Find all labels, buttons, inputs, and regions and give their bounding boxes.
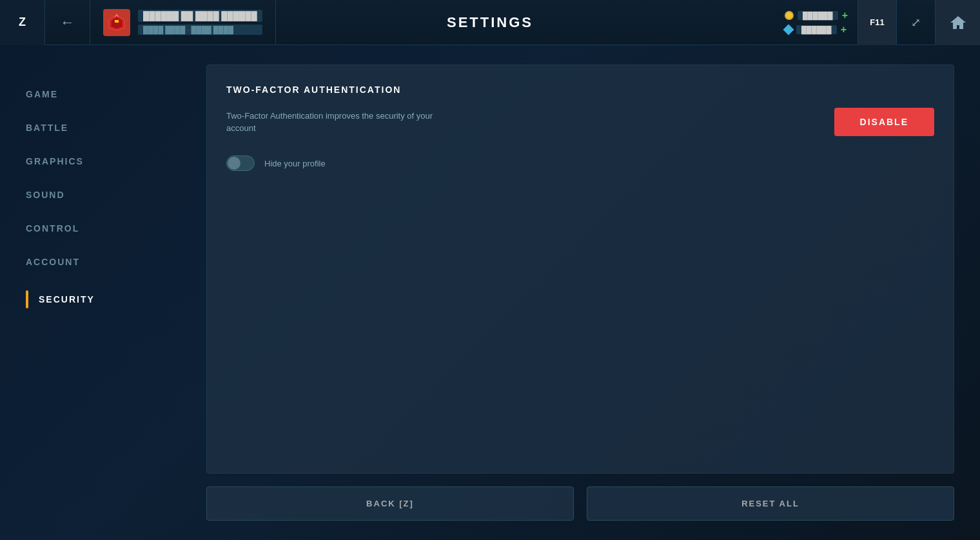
profile-stats: ████ ████ · ████ ████ xyxy=(138,25,262,35)
sidebar-label-security: SECURITY xyxy=(39,294,95,305)
sidebar-item-account[interactable]: ACCOUNT xyxy=(0,245,193,279)
sidebar-item-sound[interactable]: SOUND xyxy=(0,178,193,212)
diamond-currency-row: ██████ + xyxy=(785,24,848,35)
content-panel: TWO-FACTOR AUTHENTICATION Two-Factor Aut… xyxy=(193,65,980,540)
sidebar-item-game[interactable]: GAME xyxy=(0,77,193,111)
diamond-icon xyxy=(783,24,794,35)
profile-avatar xyxy=(103,9,130,36)
gold-coin-icon xyxy=(785,11,794,20)
back-icon: ← xyxy=(61,14,75,31)
diamond-add-button[interactable]: + xyxy=(841,24,847,35)
sidebar-item-battle[interactable]: BATTLE xyxy=(0,111,193,145)
expand-icon: ⤢ xyxy=(911,15,921,30)
topbar-right: ██████ + ██████ + F11 ⤢ xyxy=(775,0,980,45)
home-icon xyxy=(949,14,967,32)
sidebar-label-game: GAME xyxy=(26,89,58,99)
expand-button[interactable]: ⤢ xyxy=(896,0,935,45)
sidebar-label-graphics: GRAPHICS xyxy=(26,156,84,166)
sidebar-item-graphics[interactable]: GRAPHICS xyxy=(0,145,193,178)
disable-2fa-button[interactable]: DISABLE xyxy=(834,108,934,136)
hide-profile-row: Hide your profile xyxy=(226,155,934,171)
z-label: Z xyxy=(19,15,26,29)
toggle-knob xyxy=(228,157,240,170)
reset-all-button[interactable]: RESET ALL xyxy=(587,486,954,521)
sidebar-label-account: ACCOUNT xyxy=(26,257,80,267)
back-button-footer[interactable]: BACK [Z] xyxy=(206,486,574,521)
svg-rect-2 xyxy=(115,20,119,23)
profile-game-icon xyxy=(106,12,127,33)
profile-section: ██████ ██ ████ ██████ ████ ████ · ████ █… xyxy=(90,0,276,45)
gold-amount: ██████ xyxy=(798,11,838,20)
hide-profile-label: Hide your profile xyxy=(264,159,326,168)
f11-label: F11 xyxy=(870,17,884,27)
topbar: Z ← ██████ ██ ████ ██████ ████ ████ · ██… xyxy=(0,0,980,45)
back-button[interactable]: ← xyxy=(45,0,90,45)
z-button[interactable]: Z xyxy=(0,0,45,45)
profile-info: ██████ ██ ████ ██████ ████ ████ · ████ █… xyxy=(138,10,262,35)
currency-panel: ██████ + ██████ + xyxy=(775,10,858,35)
diamond-amount: ██████ xyxy=(796,25,837,34)
profile-name: ██████ ██ ████ ██████ xyxy=(138,10,262,22)
page-title: SETTINGS xyxy=(447,14,533,31)
sidebar: GAME BATTLE GRAPHICS SOUND CONTROL ACCOU… xyxy=(0,65,193,540)
gold-currency-row: ██████ + xyxy=(785,10,848,21)
bottom-buttons: BACK [Z] RESET ALL xyxy=(206,486,954,521)
tfa-description: Two-Factor Authentication improves the s… xyxy=(226,110,452,135)
sidebar-label-battle: BATTLE xyxy=(26,123,68,133)
hide-profile-toggle[interactable] xyxy=(226,155,255,171)
security-settings-card: TWO-FACTOR AUTHENTICATION Two-Factor Aut… xyxy=(206,65,954,474)
f11-button[interactable]: F11 xyxy=(858,0,896,45)
active-bar-security xyxy=(26,290,28,308)
gold-add-button[interactable]: + xyxy=(842,10,848,21)
sidebar-label-control: CONTROL xyxy=(26,223,79,234)
sidebar-label-sound: SOUND xyxy=(26,190,65,200)
section-title: TWO-FACTOR AUTHENTICATION xyxy=(226,85,934,95)
sidebar-item-control[interactable]: CONTROL xyxy=(0,212,193,245)
home-button[interactable] xyxy=(935,0,980,45)
sidebar-item-security[interactable]: SECURITY xyxy=(0,279,193,320)
tfa-row: Two-Factor Authentication improves the s… xyxy=(226,108,934,136)
main-content: GAME BATTLE GRAPHICS SOUND CONTROL ACCOU… xyxy=(0,45,980,540)
